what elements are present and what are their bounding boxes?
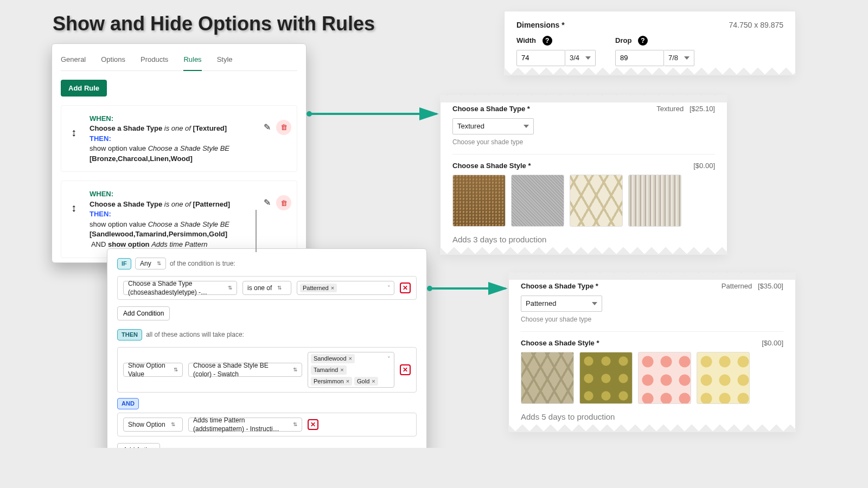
tab-rules[interactable]: Rules [183, 53, 201, 71]
action-target-select[interactable]: Adds time Pattern (addstimepattern) - In… [188, 418, 302, 432]
tag[interactable]: Sandlewood× [311, 354, 355, 363]
delete-action-icon[interactable]: ✕ [400, 364, 411, 375]
delete-action-icon[interactable]: ✕ [308, 419, 318, 430]
tab-products[interactable]: Products [141, 53, 168, 70]
shade-style-title: Choose a Shade Style * [452, 161, 531, 171]
swatch-list [521, 352, 783, 404]
production-note: Adds 3 days to production [452, 234, 715, 245]
rules-tabs: General Options Products Rules Style [61, 53, 297, 71]
patterned-preview: Choose a Shade Type * Patterned [$35.00]… [508, 272, 796, 432]
add-rule-button[interactable]: Add Rule [61, 80, 107, 97]
delete-icon[interactable]: 🗑 [276, 195, 291, 210]
condition-op-select[interactable]: is one of [242, 281, 291, 295]
condition-value-tags[interactable]: Patterned× [297, 281, 394, 295]
svg-point-0 [307, 111, 312, 117]
textured-preview: Choose a Shade Type * Textured [$25.10] … [440, 95, 727, 255]
then-label: THEN: [90, 134, 290, 144]
style-price: [$0.00] [762, 338, 783, 348]
help-icon[interactable]: ? [542, 36, 552, 46]
tag-remove-icon[interactable]: × [372, 377, 375, 386]
tag-remove-icon[interactable]: × [331, 284, 334, 292]
drag-handle-icon[interactable]: ↕ [71, 125, 76, 140]
swatch-list [452, 175, 715, 227]
tab-options[interactable]: Options [101, 53, 125, 70]
if-help: of the condition is true: [170, 260, 235, 267]
width-input[interactable] [516, 50, 565, 66]
then-text: show option value Choose a Shade Style B… [90, 144, 290, 153]
tag-remove-icon[interactable]: × [346, 377, 349, 386]
shade-type-summary: Textured [$25.10] [656, 104, 715, 114]
svg-point-2 [427, 286, 432, 291]
shade-type-select[interactable]: Patterned [521, 296, 602, 312]
swatch[interactable] [628, 175, 681, 227]
shade-style-title: Choose a Shade Style * [521, 338, 599, 348]
add-condition-button[interactable]: Add Condition [117, 306, 170, 320]
tag-remove-icon[interactable]: × [340, 366, 343, 374]
swatch[interactable] [521, 352, 574, 404]
tag[interactable]: Patterned× [300, 284, 337, 293]
swatch[interactable] [452, 175, 506, 227]
page-title: Show and Hide Options with Rules [53, 11, 375, 37]
shade-type-summary: Patterned [$35.00] [722, 281, 783, 291]
swatch[interactable] [638, 352, 691, 404]
then-pill: THEN [117, 329, 142, 341]
swatch[interactable] [511, 175, 564, 227]
if-pill: IF [117, 258, 131, 269]
when-text: Choose a Shade Type is one of [Patterned… [90, 200, 290, 209]
shade-type-select[interactable]: Textured [452, 118, 534, 134]
then-values: [Bronze,Charcoal,Linen,Wood] [90, 154, 290, 164]
arrow-icon [427, 283, 511, 294]
width-label: Width [516, 36, 536, 46]
edit-icon[interactable]: ✎ [264, 197, 271, 209]
shade-type-desc: Choose your shade type [452, 138, 715, 146]
shade-type-title: Choose a Shade Type * [521, 281, 598, 291]
action-row: Show Option Adds time Pattern (addstimep… [117, 413, 417, 436]
swatch[interactable] [579, 352, 633, 404]
tab-style[interactable]: Style [217, 53, 233, 70]
rule-card: ↕ ✎ 🗑 WHEN: Choose a Shade Type is one o… [61, 105, 297, 172]
tag-remove-icon[interactable]: × [349, 355, 352, 363]
tab-general[interactable]: General [61, 53, 86, 70]
shade-type-title: Choose a Shade Type * [452, 104, 530, 114]
delete-condition-icon[interactable]: ✕ [400, 282, 411, 293]
then-values: [Sandlewood,Tamarind,Persimmon,Gold] [90, 229, 290, 239]
add-action-button[interactable]: Add Action [117, 443, 160, 448]
rule-card: ↕ ✎ 🗑 WHEN: Choose a Shade Type is one o… [61, 181, 297, 258]
dimensions-preview: Dimensions * 74.750 x 89.875 Width ? 3/4… [504, 11, 796, 75]
edit-icon[interactable]: ✎ [264, 121, 271, 133]
then-text: show option value Choose a Shade Style B… [90, 220, 290, 229]
action-type-select[interactable]: Show Option [123, 418, 183, 432]
drag-handle-icon[interactable]: ↕ [71, 201, 76, 215]
drop-label: Drop [615, 36, 631, 46]
width-fraction-select[interactable]: 3/4 [565, 50, 596, 66]
when-text: Choose a Shade Type is one of [Textured] [90, 124, 290, 133]
when-label: WHEN: [90, 189, 290, 199]
condition-row: Choose a Shade Type (choseashadestyletyp… [117, 276, 417, 300]
if-mode-select[interactable]: Any [135, 258, 166, 269]
dimensions-title: Dimensions * [516, 20, 565, 30]
tag[interactable]: Persimmon× [311, 377, 352, 386]
action-values-tags[interactable]: Sandlewood× Tamarind× Persimmon× Gold× [308, 352, 394, 388]
shade-type-desc: Choose your shade type [521, 315, 783, 324]
tag[interactable]: Tamarind× [311, 365, 347, 375]
then-label: THEN: [90, 209, 290, 219]
then-help: all of these actions will take place: [146, 331, 244, 338]
style-price: [$0.00] [693, 161, 715, 171]
and-line: AND show option Adds time Pattern [90, 240, 290, 249]
help-icon[interactable]: ? [638, 36, 648, 46]
delete-icon[interactable]: 🗑 [276, 120, 291, 135]
swatch[interactable] [570, 175, 623, 227]
drop-input[interactable] [615, 50, 664, 66]
and-pill: AND [117, 398, 139, 409]
action-type-select[interactable]: Show Option Value [123, 363, 183, 377]
action-target-select[interactable]: Choose a Shade Style BE (color) - Swatch [188, 363, 302, 377]
arrow-icon [307, 108, 442, 119]
dimensions-value: 74.750 x 89.875 [729, 20, 783, 30]
drop-fraction-select[interactable]: 7/8 [664, 50, 694, 66]
swatch[interactable] [697, 352, 750, 404]
action-row: Show Option Value Choose a Shade Style B… [117, 347, 417, 393]
tag[interactable]: Gold× [354, 377, 378, 386]
when-label: WHEN: [90, 114, 290, 124]
condition-field-select[interactable]: Choose a Shade Type (choseashadestyletyp… [123, 281, 237, 295]
production-note: Adds 5 days to production [521, 412, 783, 422]
